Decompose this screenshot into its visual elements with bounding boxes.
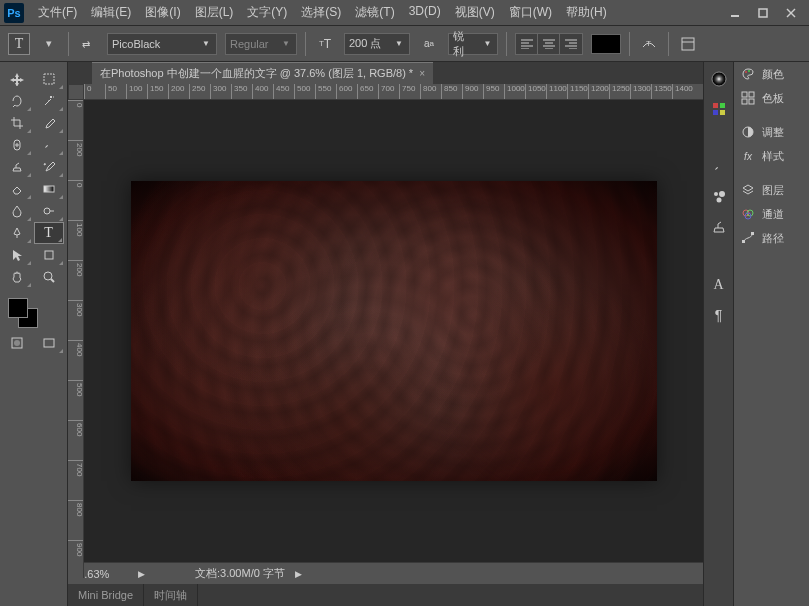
menu-3d[interactable]: 3D(D) [403,2,447,23]
type-tool[interactable]: T [34,222,64,244]
document-tab[interactable]: 在Photoshop 中创建一个血腥的文字 @ 37.6% (图层 1, RGB… [92,62,433,84]
panel-channels[interactable]: 通道 [734,202,809,226]
ruler-tick: 700 [68,460,84,476]
menu-layer[interactable]: 图层(L) [189,2,240,23]
hand-tool[interactable] [2,266,32,288]
clone-stamp-tool[interactable] [2,156,32,178]
menu-file[interactable]: 文件(F) [32,2,83,23]
font-size-icon: TT [314,33,336,55]
eyedropper-tool[interactable] [34,112,64,134]
zoom-arrow-icon[interactable]: ▶ [138,569,145,579]
menu-edit[interactable]: 编辑(E) [85,2,137,23]
brush-tool[interactable] [34,134,64,156]
magic-wand-tool[interactable] [34,90,64,112]
menu-filter[interactable]: 滤镜(T) [349,2,400,23]
move-tool[interactable] [2,68,32,90]
gradient-tool[interactable] [34,178,64,200]
dodge-tool[interactable] [34,200,64,222]
brush-presets-icon[interactable] [708,186,730,208]
document-tabs: 在Photoshop 中创建一个血腥的文字 @ 37.6% (图层 1, RGB… [68,62,703,84]
vertical-ruler[interactable]: 02000100200300400500600700800900 [68,100,84,578]
panel-adjustments[interactable]: 调整 [734,120,809,144]
foreground-color[interactable] [8,298,28,318]
minimize-button[interactable] [721,3,749,23]
eraser-tool[interactable] [2,178,32,200]
color-wheel-icon[interactable] [708,68,730,90]
font-style-dropdown[interactable]: Regular ▼ [225,33,297,55]
menu-select[interactable]: 选择(S) [295,2,347,23]
crop-tool[interactable] [2,112,32,134]
paragraph-strip-icon[interactable]: ¶ [708,304,730,326]
ruler-tick: 100 [68,220,84,236]
antialias-dropdown[interactable]: 锐利 ▼ [448,33,498,55]
marquee-tool[interactable] [34,68,64,90]
panel-label: 色板 [762,91,784,106]
svg-rect-38 [720,110,725,115]
ruler-tick: 500 [294,84,310,100]
screen-mode-icon[interactable] [34,332,64,354]
preset-arrow-icon[interactable]: ▾ [38,33,60,55]
panel-layers[interactable]: 图层 [734,178,809,202]
lasso-tool[interactable] [2,90,32,112]
ruler-tick: 1400 [672,84,693,100]
warp-text-icon[interactable]: T [638,33,660,55]
svg-rect-32 [44,339,54,347]
menu-type[interactable]: 文字(Y) [241,2,293,23]
maximize-button[interactable] [749,3,777,23]
canvas-area[interactable] [84,100,703,562]
ruler-tick: 850 [441,84,457,100]
menu-image[interactable]: 图像(I) [139,2,186,23]
svg-rect-37 [713,110,718,115]
text-color-swatch[interactable] [591,34,621,54]
ruler-tick: 1250 [609,84,630,100]
history-brush-tool[interactable] [34,156,64,178]
close-tab-icon[interactable]: × [419,68,425,79]
svg-point-43 [748,70,750,72]
font-family-dropdown[interactable]: PicoBlack ▼ [107,33,217,55]
options-bar: T ▾ ⇄ PicoBlack ▼ Regular ▼ TT 200 点 ▼ a… [0,26,809,62]
svg-rect-20 [44,74,54,84]
panel-color[interactable]: 颜色 [734,62,809,86]
shape-tool[interactable] [34,244,64,266]
character-panel-icon[interactable] [677,33,699,55]
text-orientation-icon[interactable]: ⇄ [77,33,99,55]
svg-text:⇄: ⇄ [82,39,90,50]
menu-view[interactable]: 视图(V) [449,2,501,23]
pen-tool[interactable] [2,222,32,244]
tab-timeline[interactable]: 时间轴 [144,584,198,606]
panel-swatches[interactable]: 色板 [734,86,809,110]
panel-styles[interactable]: fx 样式 [734,144,809,168]
swatches-strip-icon[interactable] [708,98,730,120]
character-strip-icon[interactable]: A [708,274,730,296]
info-arrow-icon[interactable]: ▶ [295,569,302,579]
align-center-button[interactable] [538,34,560,54]
menu-help[interactable]: 帮助(H) [560,2,613,23]
ruler-tick: 450 [273,84,289,100]
clone-source-icon[interactable] [708,216,730,238]
ruler-origin[interactable] [68,84,84,100]
quick-mask-icon[interactable] [2,332,32,354]
document-info[interactable]: 文档:3.00M/0 字节 [195,566,285,581]
path-selection-tool[interactable] [2,244,32,266]
align-right-button[interactable] [560,34,582,54]
blur-tool[interactable] [2,200,32,222]
panel-paths[interactable]: 路径 [734,226,809,250]
chevron-down-icon: ▼ [393,38,405,50]
align-left-button[interactable] [516,34,538,54]
ruler-tick: 200 [168,84,184,100]
panel-label: 图层 [762,183,784,198]
font-size-dropdown[interactable]: 200 点 ▼ [344,33,410,55]
ruler-tick: 900 [462,84,478,100]
document-canvas[interactable] [131,181,657,481]
healing-brush-tool[interactable] [2,134,32,156]
zoom-tool[interactable] [34,266,64,288]
brush-strip-icon[interactable] [708,156,730,178]
ruler-tick: 800 [68,500,84,516]
font-style-value: Regular [230,38,269,50]
close-button[interactable] [777,3,805,23]
menu-window[interactable]: 窗口(W) [503,2,558,23]
tab-mini-bridge[interactable]: Mini Bridge [68,584,144,606]
horizontal-ruler[interactable]: 0501001502002503003504004505005506006507… [84,84,703,100]
color-swatches[interactable] [0,290,67,330]
tool-preset-icon[interactable]: T [8,33,30,55]
